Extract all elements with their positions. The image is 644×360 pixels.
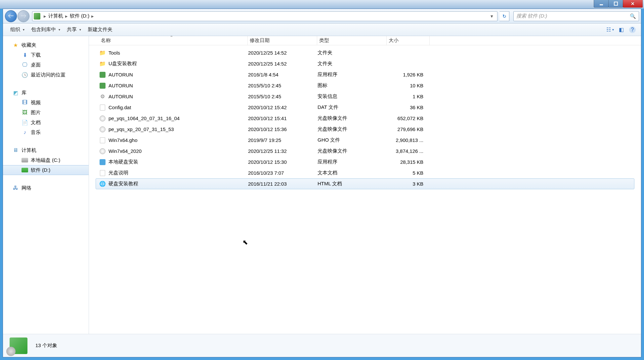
cell-size: 5 KB [387, 170, 430, 176]
organize-menu[interactable]: 组织 [7, 25, 28, 34]
file-row[interactable]: 🌐硬盘安装教程2016/11/21 22:03HTML 文档3 KB [96, 178, 634, 189]
window-buttons: ✕ [594, 0, 643, 8]
chevron-right-icon[interactable]: ▸ [89, 13, 96, 19]
cell-name: Win7x64_2020 [99, 148, 248, 155]
window-frame: 🡠 🡢 ▸ 计算机 ▸ 软件 (D:) ▸ ▾ ↻ 搜索 软件 (D:) 🔍 组… [3, 9, 641, 357]
file-name: 硬盘安装教程 [108, 181, 138, 187]
status-bar: 13 个对象 [3, 334, 641, 357]
toolbar: 组织 包含到库中 共享 新建文件夹 ☷ ▾ ◧ ? [3, 23, 641, 36]
close-button[interactable]: ✕ [623, 0, 643, 8]
file-rows: 📁Tools2020/12/25 14:52文件夹📁U盘安装教程2020/12/… [89, 45, 641, 191]
cell-type: DAT 文件 [318, 104, 387, 111]
computer-group: 🖥 计算机 本地磁盘 (C:) 软件 (D:) [3, 145, 89, 175]
iso-icon [99, 148, 106, 155]
back-button[interactable]: 🡠 [5, 10, 17, 22]
file-name: AUTORUN [108, 83, 133, 88]
cell-name: AUTORUN [99, 82, 248, 89]
sidebar-item-computer[interactable]: 🖥 计算机 [3, 145, 89, 155]
cell-date: 2020/10/12 15:41 [248, 115, 318, 121]
file-name: pe_yqs_1064_20_07_31_16_04 [108, 115, 180, 121]
cell-date: 2015/5/10 2:45 [248, 83, 318, 88]
maximize-button[interactable] [608, 0, 623, 8]
chevron-right-icon[interactable]: ▸ [42, 13, 48, 19]
sidebar-item-pictures[interactable]: 🖼 图片 [3, 108, 89, 117]
column-name[interactable]: 名称 ▲ [99, 36, 248, 45]
drive-icon [34, 13, 40, 20]
sidebar-item-favorites[interactable]: ★ 收藏夹 [3, 40, 89, 50]
search-input[interactable]: 搜索 软件 (D:) 🔍 [513, 11, 639, 21]
cell-type: 文件夹 [318, 61, 387, 67]
recent-icon: 🕓 [21, 72, 28, 78]
file-row[interactable]: 本地硬盘安装2020/10/12 15:30应用程序28,315 KB [96, 157, 634, 167]
sidebar-item-drive-c[interactable]: 本地磁盘 (C:) [3, 155, 89, 165]
file-row[interactable]: 光盘说明2016/10/23 7:07文本文档5 KB [96, 167, 634, 178]
chevron-right-icon[interactable]: ▸ [63, 13, 70, 19]
file-row[interactable]: 📁Tools2020/12/25 14:52文件夹 [96, 47, 634, 58]
minimize-button[interactable] [594, 0, 609, 8]
column-headers: 名称 ▲ 修改日期 类型 大小 [89, 36, 641, 45]
share-menu[interactable]: 共享 [64, 25, 84, 34]
view-options-button[interactable]: ☷ ▾ [605, 25, 615, 34]
file-row[interactable]: Win7x64_20202020/12/25 11:32光盘映像文件3,874,… [96, 146, 634, 157]
column-type[interactable]: 类型 [317, 36, 387, 45]
include-library-menu[interactable]: 包含到库中 [28, 25, 64, 34]
navigation-pane: ★ 收藏夹 ⬇ 下载 🖵 桌面 🕓 最近访问的位置 ◩ [3, 36, 89, 334]
file-icon [99, 104, 106, 111]
cell-size: 3 KB [387, 181, 430, 187]
cell-name: Config.dat [99, 104, 248, 111]
sidebar-item-videos[interactable]: 🎞 视频 [3, 98, 89, 108]
cell-date: 2020/10/12 15:42 [248, 105, 318, 110]
address-bar[interactable]: ▸ 计算机 ▸ 软件 (D:) ▸ ▾ [32, 11, 497, 21]
column-date[interactable]: 修改日期 [248, 36, 317, 45]
cell-name: 本地硬盘安装 [99, 159, 248, 165]
sidebar-item-downloads[interactable]: ⬇ 下载 [3, 50, 89, 60]
cell-type: HTML 文档 [318, 181, 387, 187]
cell-name: 📁U盘安装教程 [99, 61, 248, 67]
sidebar-item-libraries[interactable]: ◩ 库 [3, 88, 89, 98]
file-row[interactable]: Config.dat2020/10/12 15:42DAT 文件36 KB [96, 102, 634, 113]
file-row[interactable]: 📁U盘安装教程2020/12/25 14:52文件夹 [96, 58, 634, 69]
file-name: Tools [108, 50, 120, 56]
refresh-button[interactable]: ↻ [499, 11, 509, 21]
file-row[interactable]: ⚙AUTORUN2015/5/10 2:45安装信息1 KB [96, 91, 634, 102]
sidebar-item-network[interactable]: 🖧 网络 [3, 183, 89, 193]
cell-date: 2015/5/10 2:45 [248, 94, 318, 99]
cell-type: 应用程序 [318, 71, 387, 78]
help-icon: ? [629, 26, 636, 33]
file-row[interactable]: pe_yqs_xp_20_07_31_15_532020/10/12 15:36… [96, 124, 634, 135]
cell-size: 3,874,126 ... [387, 148, 430, 154]
file-row[interactable]: AUTORUN2015/5/10 2:45图标10 KB [96, 80, 634, 91]
column-size[interactable]: 大小 [387, 36, 430, 45]
body: ★ 收藏夹 ⬇ 下载 🖵 桌面 🕓 最近访问的位置 ◩ [3, 36, 641, 334]
forward-button[interactable]: 🡢 [18, 10, 29, 22]
nav-arrows: 🡠 🡢 [5, 10, 30, 22]
cell-type: 图标 [318, 82, 387, 89]
svg-rect-0 [600, 4, 603, 5]
file-row[interactable]: Win7x64.gho2019/9/7 19:25GHO 文件2,900,813… [96, 135, 634, 146]
sidebar-item-desktop[interactable]: 🖵 桌面 [3, 60, 89, 70]
file-row[interactable]: pe_yqs_1064_20_07_31_16_042020/10/12 15:… [96, 113, 634, 124]
new-folder-button[interactable]: 新建文件夹 [84, 25, 116, 34]
sidebar-item-documents[interactable]: 📄 文档 [3, 117, 89, 127]
sidebar-item-recent[interactable]: 🕓 最近访问的位置 [3, 70, 89, 80]
preview-pane-button[interactable]: ◧ [617, 25, 626, 34]
search-icon[interactable]: 🔍 [630, 13, 636, 19]
cell-type: 光盘映像文件 [318, 115, 387, 121]
cell-size: 652,072 KB [387, 115, 430, 121]
breadcrumb-computer[interactable]: 计算机 [48, 13, 63, 19]
pane-icon: ◧ [619, 26, 624, 33]
help-button[interactable]: ? [628, 25, 637, 34]
address-dropdown-icon[interactable]: ▾ [488, 13, 496, 19]
cell-size: 1,926 KB [387, 72, 430, 77]
breadcrumb-drive[interactable]: 软件 (D:) [70, 13, 89, 19]
cell-name: 📁Tools [99, 50, 248, 56]
drive-large-icon [10, 338, 27, 354]
html-icon: 🌐 [99, 181, 106, 187]
cell-date: 2016/11/21 22:03 [248, 181, 318, 187]
file-row[interactable]: AUTORUN2016/1/8 4:54应用程序1,926 KB [96, 69, 634, 80]
cell-date: 2020/12/25 14:52 [248, 50, 318, 56]
music-icon: ♪ [21, 129, 28, 135]
sidebar-item-music[interactable]: ♪ 音乐 [3, 127, 89, 137]
sidebar-item-drive-d[interactable]: 软件 (D:) [3, 165, 89, 175]
cell-name: pe_yqs_1064_20_07_31_16_04 [99, 115, 248, 122]
